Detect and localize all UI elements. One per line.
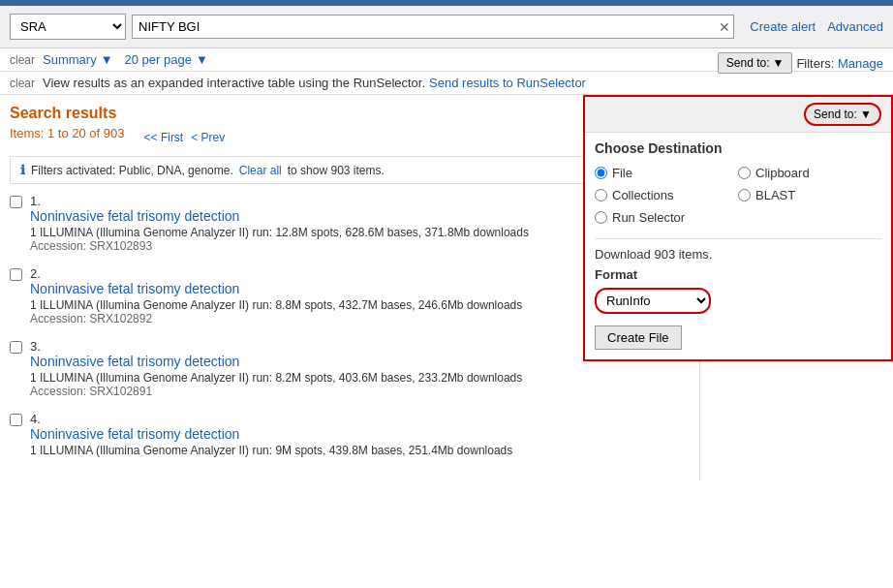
search-bar: SRA PubMed Nucleotide ✕ Create alert Adv… xyxy=(0,6,893,48)
result-content-4: 4.Noninvasive fetal trisomy detection 1 … xyxy=(30,412,690,457)
popup-download-info: Download 903 items. xyxy=(585,243,891,265)
prev-page-link[interactable]: < Prev xyxy=(191,131,225,144)
filters-label: Filters: Manage xyxy=(796,56,883,71)
result-num-4: 4. xyxy=(30,412,41,426)
clear-search-button[interactable]: ✕ xyxy=(719,19,730,35)
result-num-2: 2. xyxy=(30,266,41,281)
table-row: 4.Noninvasive fetal trisomy detection 1 … xyxy=(10,412,690,457)
popup-option-run-selector[interactable]: Run Selector xyxy=(595,208,738,227)
send-results-link[interactable]: Send results to RunSelector xyxy=(429,76,586,90)
popup-option-blast[interactable]: BLAST xyxy=(738,186,881,204)
create-file-button[interactable]: Create File xyxy=(595,325,682,350)
advanced-link[interactable]: Advanced xyxy=(827,19,883,34)
popup-send-to-button[interactable]: Send to: ▼ xyxy=(804,103,881,126)
popup-format-row: RunInfo SRA Accession List xyxy=(585,286,891,322)
summary-dropdown[interactable]: Summary ▼ xyxy=(43,52,113,67)
result-checkbox-2[interactable] xyxy=(10,268,22,281)
send-to-popup: Send to: ▼ Choose Destination File Clipb… xyxy=(583,95,893,361)
popup-option-clipboard[interactable]: Clipboard xyxy=(738,164,881,182)
main-area: Search results Items: 1 to 20 of 903 << … xyxy=(0,95,893,480)
result-num-1: 1. xyxy=(30,194,41,208)
collections-label: Collections xyxy=(612,188,674,202)
send-to-area: Send to: ▼ Filters: Manage xyxy=(718,52,883,74)
filters-text: Filters activated: Public, DNA, genome. xyxy=(31,164,233,177)
clear-link-info[interactable]: clear xyxy=(10,77,35,90)
popup-format-select[interactable]: RunInfo SRA Accession List xyxy=(595,288,711,314)
summary-chevron-icon: ▼ xyxy=(101,52,113,67)
results-count: Items: 1 to 20 of 903 xyxy=(10,126,125,140)
result-checkbox-4[interactable] xyxy=(10,414,22,426)
file-label: File xyxy=(612,166,632,180)
popup-option-file[interactable]: File xyxy=(595,164,738,182)
result-checkbox-3[interactable] xyxy=(10,341,22,354)
per-page-chevron-icon: ▼ xyxy=(196,52,208,67)
result-meta-3: 1 ILLUMINA (Illumina Genome Analyzer II)… xyxy=(30,371,690,385)
search-input[interactable] xyxy=(132,15,734,39)
search-input-wrapper: ✕ xyxy=(132,15,734,39)
collections-radio[interactable] xyxy=(595,189,607,201)
popup-divider xyxy=(595,238,881,239)
popup-format-label: Format xyxy=(585,265,891,286)
clipboard-radio[interactable] xyxy=(738,167,751,179)
info-icon: ℹ xyxy=(20,163,25,177)
create-alert-link[interactable]: Create alert xyxy=(750,19,816,34)
popup-choose-destination: Choose Destination xyxy=(585,133,891,160)
first-page-link[interactable]: << First xyxy=(144,131,184,144)
popup-option-collections[interactable]: Collections xyxy=(595,186,738,204)
summary-bar: clear Summary ▼ 20 per page ▼ Send to: ▼… xyxy=(0,48,893,72)
clear-all-link[interactable]: Clear all xyxy=(239,164,282,177)
filters-suffix: to show 903 items. xyxy=(288,164,385,177)
file-radio[interactable] xyxy=(595,167,607,179)
clear-link-summary[interactable]: clear xyxy=(10,53,35,67)
popup-options: File Clipboard Collections BLAST Run Sel… xyxy=(585,160,891,234)
manage-filters-link[interactable]: Manage xyxy=(838,56,883,71)
popup-header: Send to: ▼ xyxy=(585,97,891,133)
run-selector-radio[interactable] xyxy=(595,211,607,224)
search-links: Create alert Advanced xyxy=(750,19,883,34)
send-to-button[interactable]: Send to: ▼ xyxy=(718,52,793,74)
send-to-chevron-icon: ▼ xyxy=(773,56,785,70)
clipboard-label: Clipboard xyxy=(755,166,810,180)
run-selector-label: Run Selector xyxy=(612,210,685,225)
result-accession-3: Accession: SRX102891 xyxy=(30,385,690,398)
result-checkbox-1[interactable] xyxy=(10,196,22,208)
blast-radio[interactable] xyxy=(738,189,751,201)
database-select[interactable]: SRA PubMed Nucleotide xyxy=(10,14,126,40)
info-bar: clear View results as an expanded intera… xyxy=(0,72,893,95)
result-meta-4: 1 ILLUMINA (Illumina Genome Analyzer II)… xyxy=(30,444,690,457)
info-text: View results as an expanded interactive … xyxy=(43,76,425,90)
result-num-3: 3. xyxy=(30,339,41,354)
blast-label: BLAST xyxy=(755,188,795,202)
per-page-dropdown[interactable]: 20 per page ▼ xyxy=(125,52,208,67)
result-title-link-4[interactable]: Noninvasive fetal trisomy detection xyxy=(30,426,690,442)
pagination: << First < Prev xyxy=(144,131,226,144)
